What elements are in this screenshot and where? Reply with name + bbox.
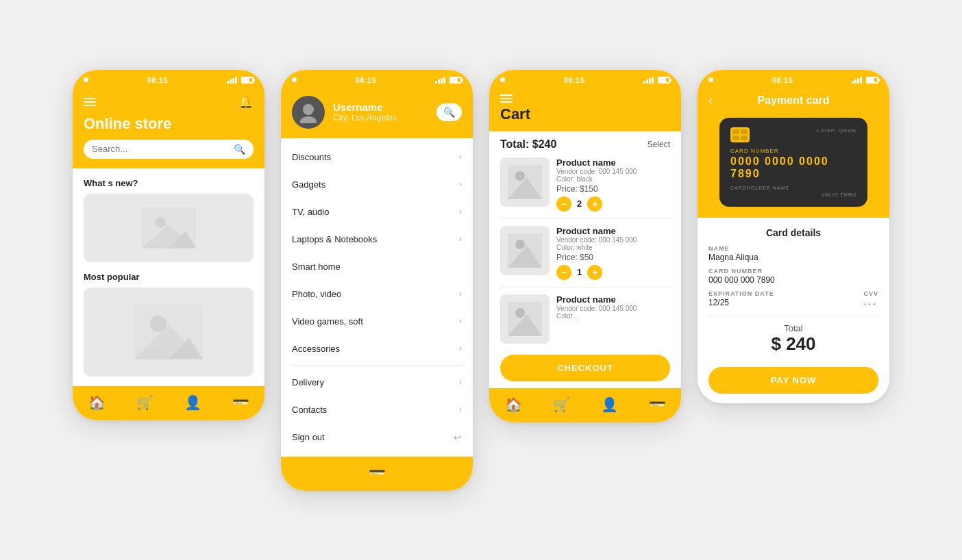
- chevron-icon-gadgets: ›: [459, 179, 462, 189]
- back-button[interactable]: ‹: [708, 93, 713, 107]
- pay-now-button[interactable]: PAY NOW: [708, 367, 878, 394]
- qty-plus-1[interactable]: +: [587, 196, 602, 212]
- qty-minus-2[interactable]: −: [556, 265, 571, 280]
- status-bar-2: 08:15: [281, 70, 473, 89]
- card-holder-info: CARDHOLDER NAME: [730, 186, 789, 197]
- cart-item-name-3: Product name: [556, 294, 670, 305]
- nav-user-1[interactable]: 👤: [184, 394, 201, 411]
- battery-icon-3: [658, 77, 670, 84]
- cart-item-2: Product name Vendor code: 000 145 000 Co…: [500, 226, 670, 288]
- s-bar-3: [441, 78, 443, 84]
- cvv-label: CVV: [863, 290, 878, 297]
- menu-item-delivery[interactable]: Delivery ›: [281, 369, 473, 396]
- payment-header: ‹ Payment card: [698, 89, 889, 118]
- search-icon-2[interactable]: 🔍: [443, 107, 455, 118]
- menu-item-photo[interactable]: Photo, video ›: [281, 281, 473, 308]
- name-detail-value: Magna Aliqua: [708, 253, 878, 262]
- cardnum-detail-value: 000 000 000 7890: [708, 275, 878, 285]
- checkout-button[interactable]: CHECKOUT: [500, 355, 670, 381]
- menu-divider-1: [292, 366, 462, 366]
- qty-val-1: 2: [577, 199, 582, 209]
- status-dot-3: [500, 77, 505, 82]
- nav-user-3[interactable]: 👤: [601, 396, 618, 413]
- nav-card-1[interactable]: 💳: [232, 394, 249, 411]
- nav-cart-1[interactable]: 🛒: [136, 394, 153, 411]
- signal-bars-3: [643, 77, 654, 84]
- status-icons-3: [643, 77, 670, 84]
- signal-bars-2: [435, 77, 445, 84]
- phone-screen3: 08:15 Cart Total: $240: [489, 70, 681, 422]
- signout-icon: ↩: [454, 432, 462, 443]
- name-detail-label: NAME: [708, 245, 878, 252]
- cart-item-color-3: Color...: [556, 312, 670, 320]
- cart-item-info-1: Product name Vendor code: 000 145 000 Co…: [556, 157, 670, 212]
- chevron-icon-accessories: ›: [459, 344, 462, 353]
- search-bar-2[interactable]: 🔍: [436, 103, 462, 121]
- card-chip: [730, 127, 750, 142]
- bottom-nav-3: 🏠 🛒 👤 💳: [489, 388, 681, 422]
- menu-item-gadgets[interactable]: Gadgets ›: [281, 171, 473, 199]
- showcase: 08:15 🔔 Online store: [0, 42, 962, 518]
- menu-item-videogames[interactable]: Video games, soft ›: [281, 308, 473, 335]
- search-bar-1[interactable]: 🔍: [84, 140, 254, 159]
- signout-item[interactable]: Sign out ↩: [281, 424, 473, 451]
- nav-home-3[interactable]: 🏠: [505, 396, 522, 413]
- username-label: Username: [333, 101, 397, 113]
- chevron-icon-contacts: ›: [459, 405, 462, 414]
- battery-icon-2: [449, 77, 462, 84]
- menu-item-discounts[interactable]: Discounts ›: [281, 144, 473, 171]
- menu-item-laptops[interactable]: Laptops & Notebooks ›: [281, 226, 473, 253]
- screen1-body: What s new? Most popular: [73, 168, 264, 386]
- cart-item-vendor-3: Vendor code: 000 145 000: [556, 305, 670, 312]
- cart-select[interactable]: Select: [648, 140, 670, 149]
- total-label: Total: [708, 323, 878, 333]
- cart-item-img-1: [500, 157, 550, 207]
- signal-bars-4: [852, 77, 862, 84]
- search-input-1[interactable]: [92, 144, 230, 154]
- battery-icon-1: [241, 77, 254, 84]
- whats-new-image: [84, 194, 254, 262]
- svg-point-8: [303, 104, 314, 115]
- svg-point-1: [155, 217, 166, 228]
- menu-item-accessories[interactable]: Accessories ›: [281, 335, 473, 363]
- hamburger-icon[interactable]: [84, 98, 96, 106]
- payment-title: Payment card: [758, 94, 830, 107]
- chevron-icon-laptops: ›: [459, 234, 462, 244]
- cart-hamburger[interactable]: [500, 94, 513, 103]
- nav-card-2[interactable]: 💳: [369, 465, 386, 481]
- status-time-1: 08:15: [147, 76, 169, 84]
- card-details-title: Card details: [708, 227, 878, 238]
- nav-home-1[interactable]: 🏠: [88, 394, 106, 411]
- status-dot-2: [292, 77, 297, 82]
- status-bar-4: 08:15: [698, 70, 889, 89]
- nav-card-3[interactable]: 💳: [649, 396, 666, 413]
- battery-icon-4: [866, 77, 878, 84]
- status-icons-4: [852, 77, 878, 84]
- phone-screen2: 08:15 Username City: Lo: [281, 70, 473, 491]
- status-dot: [84, 77, 88, 82]
- bell-icon[interactable]: 🔔: [238, 94, 254, 110]
- qty-minus-1[interactable]: −: [556, 196, 571, 212]
- cart-total: Total: $240: [500, 138, 556, 151]
- whats-new-label: What s new?: [84, 178, 254, 188]
- most-popular-label: Most popular: [84, 272, 254, 282]
- menu-item-tv[interactable]: TV, audio ›: [281, 199, 473, 226]
- cardholder-label: CARDHOLDER NAME: [730, 186, 789, 190]
- signal-bar-1: [227, 81, 229, 84]
- chevron-icon-delivery: ›: [459, 377, 462, 387]
- cart-title: Cart: [500, 105, 670, 123]
- cart-topbar: [500, 94, 670, 103]
- valid-thru-info: VALID THRU: [822, 192, 856, 197]
- cvv-value: ···: [863, 298, 878, 309]
- screen1-topbar: 🔔: [84, 94, 254, 110]
- menu-item-smarthome[interactable]: Smart home: [281, 253, 473, 281]
- signout-label: Sign out: [292, 432, 325, 442]
- menu-item-contacts[interactable]: Contacts ›: [281, 396, 473, 424]
- cart-item-price-2: Price: $50: [556, 253, 670, 262]
- qty-plus-2[interactable]: +: [587, 265, 602, 280]
- s-bar-2: [438, 79, 440, 84]
- expiry-value: 12/25: [708, 298, 774, 307]
- search-icon-1[interactable]: 🔍: [234, 144, 245, 155]
- nav-cart-3[interactable]: 🛒: [553, 396, 570, 413]
- payment-body: Card details NAME Magna Aliqua CARD NUMB…: [698, 218, 889, 403]
